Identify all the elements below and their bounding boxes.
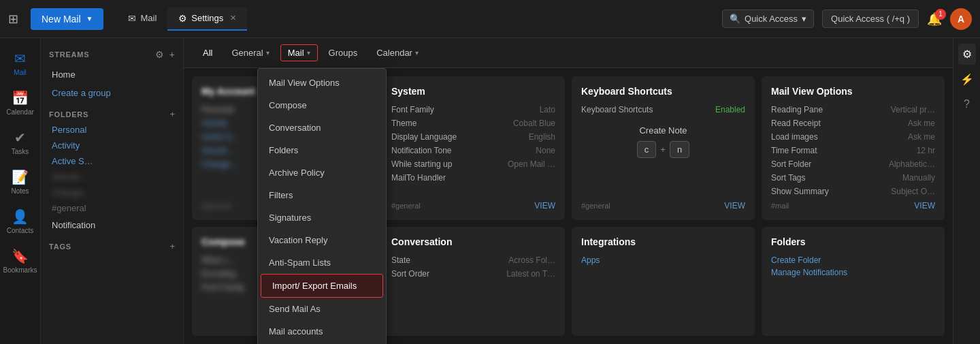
right-help-icon[interactable]: ? bbox=[960, 94, 974, 114]
tab-settings[interactable]: ⚙ Settings ✕ bbox=[167, 7, 247, 31]
card-mail-view-footer: #mail VIEW bbox=[771, 201, 935, 210]
mail-chevron-icon: ▾ bbox=[307, 49, 310, 57]
sub-nav-groups[interactable]: Groups bbox=[321, 44, 366, 62]
card-system: System Font Family Lato Theme Cobalt Blu… bbox=[382, 76, 565, 220]
dropdown-mail-accounts[interactable]: Mail accounts bbox=[258, 320, 386, 343]
dropdown-compose-label: Compose bbox=[269, 100, 307, 110]
folder-active[interactable]: Active S… bbox=[41, 153, 183, 169]
card-system-title: System bbox=[391, 86, 555, 97]
tab-settings-label: Settings bbox=[191, 13, 223, 23]
contacts-icon: 👤 bbox=[12, 208, 29, 225]
calendar-icon: 📅 bbox=[12, 90, 29, 106]
grid-icon[interactable]: ⊞ bbox=[8, 12, 18, 27]
tab-settings-close-icon[interactable]: ✕ bbox=[230, 14, 236, 22]
right-lightning-icon[interactable]: ⚡ bbox=[956, 69, 978, 90]
folders-label: FOLDERS bbox=[49, 110, 88, 119]
card-row-theme: Theme Cobalt Blue bbox=[391, 119, 555, 128]
dropdown-mail-view-options[interactable]: Mail View Options bbox=[258, 72, 386, 94]
dropdown-mail-view-options-label: Mail View Options bbox=[269, 78, 340, 88]
card-mail-view-options: Mail View Options Reading Pane Vertical … bbox=[762, 76, 945, 220]
sidebar-item-mail[interactable]: ✉ Mail bbox=[0, 44, 40, 83]
dropdown-signatures-label: Signatures bbox=[269, 213, 311, 223]
sidebar-item-bookmarks[interactable]: 🔖 Bookmarks bbox=[0, 241, 40, 281]
main-layout: ✉ Mail 📅 Calendar ✔ Tasks 📝 Notes 👤 Cont… bbox=[0, 38, 980, 344]
sidebar-contacts-label: Contacts bbox=[7, 227, 33, 234]
nav-notification[interactable]: Notification bbox=[41, 216, 183, 234]
dropdown-conversation-label: Conversation bbox=[269, 123, 321, 133]
tags-add-icon[interactable]: + bbox=[169, 241, 175, 251]
dropdown-import-export[interactable]: Import/ Export Emails bbox=[261, 274, 383, 298]
folder-security[interactable]: Securit… bbox=[41, 169, 183, 185]
dropdown-folders-label: Folders bbox=[269, 145, 298, 155]
card-keyboard-footer: #general VIEW bbox=[581, 201, 745, 210]
dropdown-send-mail-as-label: Send Mail As bbox=[269, 304, 321, 314]
integrations-apps-link[interactable]: Apps bbox=[581, 255, 745, 265]
avatar[interactable]: A bbox=[950, 8, 972, 30]
dropdown-archive-policy[interactable]: Archive Policy bbox=[258, 161, 386, 184]
manage-notifications-link[interactable]: Manage Notifications bbox=[771, 268, 935, 277]
content-area: All General ▾ Mail ▾ Groups Calendar ▾ M… bbox=[184, 38, 953, 344]
card-row-mailto: MailTo Handler bbox=[391, 173, 555, 183]
sidebar-item-notes[interactable]: 📝 Notes bbox=[0, 162, 40, 202]
tab-mail-label: Mail bbox=[140, 13, 157, 23]
dropdown-send-mail-as[interactable]: Send Mail As bbox=[258, 298, 386, 320]
card-folders: Folders Create Folder Manage Notificatio… bbox=[762, 227, 945, 337]
nav-home[interactable]: Home bbox=[41, 65, 183, 84]
sub-nav-all[interactable]: All bbox=[195, 44, 220, 62]
dropdown-filters[interactable]: Filters bbox=[258, 184, 386, 206]
tab-bar: ✉ Mail ⚙ Settings ✕ bbox=[117, 7, 715, 31]
dropdown-compose[interactable]: Compose bbox=[258, 94, 386, 116]
card-row-reading-pane: Reading Pane Vertical pr… bbox=[771, 105, 935, 114]
tab-mail[interactable]: ✉ Mail bbox=[117, 7, 167, 31]
card-row-sort-tags: Sort Tags Manually bbox=[771, 173, 935, 183]
mail-dropdown-menu: Mail View Options Compose Conversation F… bbox=[257, 68, 387, 344]
card-keyboard-title: Keyboard Shortcuts bbox=[581, 86, 745, 97]
dropdown-conversation[interactable]: Conversation bbox=[258, 116, 386, 139]
create-folder-link[interactable]: Create Folder bbox=[771, 255, 935, 265]
dropdown-vacation-reply[interactable]: Vacation Reply bbox=[258, 229, 386, 251]
tasks-icon: ✔ bbox=[14, 129, 26, 146]
right-settings-icon[interactable]: ⚙ bbox=[958, 44, 976, 65]
quick-access-button[interactable]: Quick Access ( /+q ) bbox=[822, 10, 919, 28]
card-row-load-images: Load images Ask me bbox=[771, 132, 935, 142]
dropdown-folders[interactable]: Folders bbox=[258, 139, 386, 161]
sub-nav-general[interactable]: General ▾ bbox=[223, 44, 277, 62]
folder-personal[interactable]: Personal bbox=[41, 122, 183, 138]
quick-access-shortcut-label: Quick Access ( /+q ) bbox=[831, 14, 910, 24]
card-conversation: Conversation State Across Fol… Sort Orde… bbox=[382, 227, 565, 337]
card-row-show-summary: Show Summary Subject O… bbox=[771, 187, 935, 196]
notification-button[interactable]: 🔔 1 bbox=[927, 12, 942, 27]
card-system-footer: #general VIEW bbox=[391, 201, 555, 210]
nav-create-group[interactable]: Create a group bbox=[41, 84, 183, 102]
dropdown-anti-spam[interactable]: Anti-Spam Lists bbox=[258, 251, 386, 274]
folder-general-tag[interactable]: #general bbox=[41, 200, 183, 216]
new-mail-button[interactable]: New Mail ▼ bbox=[31, 8, 103, 30]
streams-add-icon[interactable]: + bbox=[169, 49, 175, 60]
streams-settings-icon[interactable]: ⚙ bbox=[155, 49, 164, 60]
sub-nav-mail-label: Mail bbox=[288, 48, 304, 58]
sidebar-mail-label: Mail bbox=[14, 69, 26, 76]
sidebar-item-tasks[interactable]: ✔ Tasks bbox=[0, 123, 40, 162]
sub-nav-mail[interactable]: Mail ▾ bbox=[280, 44, 318, 61]
folder-activity[interactable]: Activity bbox=[41, 138, 183, 153]
quick-access-search[interactable]: 🔍 Quick Access ▾ bbox=[722, 10, 814, 28]
new-mail-label: New Mail bbox=[42, 14, 81, 25]
sidebar-item-contacts[interactable]: 👤 Contacts bbox=[0, 202, 40, 241]
card-row-kb-shortcuts: Keyboard Shortcuts Enabled bbox=[581, 105, 745, 114]
sidebar-calendar-label: Calendar bbox=[6, 108, 34, 116]
streams-label: STREAMS bbox=[49, 50, 89, 59]
topbar: ⊞ New Mail ▼ ✉ Mail ⚙ Settings ✕ 🔍 Quick… bbox=[0, 0, 980, 38]
dropdown-signatures[interactable]: Signatures bbox=[258, 206, 386, 229]
sub-nav-calendar[interactable]: Calendar ▾ bbox=[368, 44, 427, 62]
card-row-state: State Across Fol… bbox=[391, 255, 555, 265]
dropdown-mail-accounts-label: Mail accounts bbox=[269, 326, 323, 337]
folder-change[interactable]: Change… bbox=[41, 185, 183, 200]
streams-actions[interactable]: ⚙ + bbox=[155, 49, 175, 60]
home-label: Home bbox=[52, 69, 76, 80]
folders-add-icon[interactable]: + bbox=[169, 109, 175, 119]
sidebar-item-calendar[interactable]: 📅 Calendar bbox=[0, 83, 40, 123]
dropdown-archive-policy-label: Archive Policy bbox=[269, 168, 325, 178]
sidebar-notes-label: Notes bbox=[11, 187, 29, 195]
bookmarks-icon: 🔖 bbox=[12, 248, 29, 264]
card-keyboard-shortcuts: Keyboard Shortcuts Keyboard Shortcuts En… bbox=[572, 76, 755, 220]
